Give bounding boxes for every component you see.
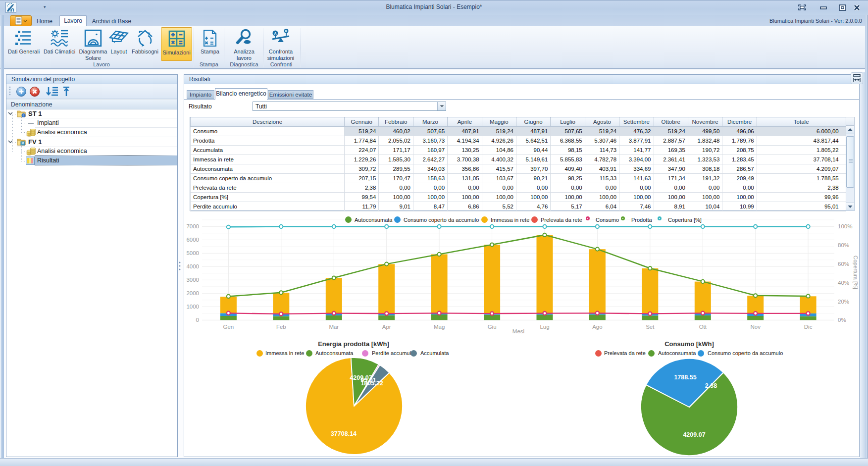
svg-text:60%: 60% xyxy=(838,261,849,267)
svg-text:Copertura [%]: Copertura [%] xyxy=(853,256,859,289)
svg-text:3000: 3000 xyxy=(186,277,199,283)
svg-text:100%: 100% xyxy=(838,223,852,229)
svg-text:Giu: Giu xyxy=(488,324,497,330)
svg-text:6000: 6000 xyxy=(186,237,199,243)
svg-text:Mag: Mag xyxy=(434,324,445,330)
svg-text:B: B xyxy=(285,30,288,33)
svg-text:40%: 40% xyxy=(838,280,849,286)
svg-text:Lug: Lug xyxy=(540,324,549,330)
svg-text:A: A xyxy=(274,32,276,35)
svg-text:20%: 20% xyxy=(838,299,849,305)
svg-text:80%: 80% xyxy=(838,242,849,248)
svg-text:Mar: Mar xyxy=(329,324,339,330)
svg-text:2000: 2000 xyxy=(186,290,199,296)
svg-text:4209.07: 4209.07 xyxy=(683,431,705,438)
svg-text:0: 0 xyxy=(196,317,199,323)
svg-text:Ott: Ott xyxy=(699,324,707,330)
svg-text:5000: 5000 xyxy=(186,250,199,256)
svg-text:1000: 1000 xyxy=(186,304,199,310)
svg-text:37708.14: 37708.14 xyxy=(331,430,357,437)
svg-text:Apr: Apr xyxy=(382,324,391,330)
svg-text:Set: Set xyxy=(646,324,655,330)
svg-text:Dic: Dic xyxy=(804,324,813,330)
svg-text:Gen: Gen xyxy=(223,324,234,330)
svg-text:1805.22: 1805.22 xyxy=(360,380,383,387)
svg-text:Ago: Ago xyxy=(592,324,602,330)
svg-text:4000: 4000 xyxy=(186,263,199,269)
svg-text:Feb: Feb xyxy=(276,324,286,330)
svg-text:Nov: Nov xyxy=(750,324,761,330)
svg-text:0%: 0% xyxy=(838,317,846,323)
svg-text:2.38: 2.38 xyxy=(705,382,717,389)
svg-text:7000: 7000 xyxy=(186,223,199,229)
svg-text:Mesi: Mesi xyxy=(512,328,524,334)
svg-text:1788.55: 1788.55 xyxy=(674,374,696,381)
